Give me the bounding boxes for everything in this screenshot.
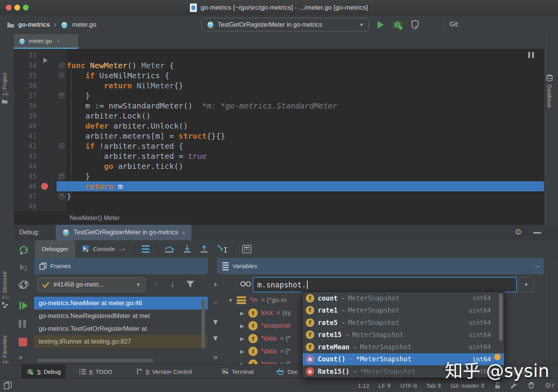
code-line[interactable]: 47^} xyxy=(14,191,544,201)
line-number[interactable]: 43 xyxy=(14,151,36,161)
debug-button[interactable] xyxy=(393,20,403,29)
run-button[interactable] xyxy=(377,21,384,29)
evaluate-expression-icon[interactable] xyxy=(238,245,256,253)
fold-marker-icon[interactable]: − xyxy=(59,63,64,68)
collapse-icon[interactable]: ▼ xyxy=(228,297,233,303)
code-line[interactable]: 33 xyxy=(14,50,544,60)
breakpoint-icon[interactable] xyxy=(41,183,48,190)
pin-icon[interactable]: →▪ xyxy=(118,246,124,252)
pause-program-icon[interactable] xyxy=(19,320,26,328)
line-number[interactable]: 46 xyxy=(14,181,36,191)
step-over-icon[interactable] xyxy=(160,245,179,253)
settings-gear-icon[interactable]: ⚙ xyxy=(515,227,522,237)
breakpoint-gutter[interactable] xyxy=(36,171,57,181)
tool-button-version-control[interactable]: 9: Version Control xyxy=(132,364,196,378)
encoding-select[interactable]: UTF-8 xyxy=(400,382,417,389)
code-line[interactable]: 40 defer arbiter.Unlock() xyxy=(14,121,544,131)
breakpoint-gutter[interactable] xyxy=(36,81,57,91)
move-watch-up-icon[interactable]: ▼ xyxy=(208,318,223,327)
breakpoint-gutter[interactable] xyxy=(36,60,57,70)
fold-marker-icon[interactable]: ^ xyxy=(59,174,64,179)
tab-debugger[interactable]: Debugger xyxy=(35,240,75,258)
line-number[interactable]: 38 xyxy=(14,101,36,111)
line-number[interactable]: 34 xyxy=(14,60,36,70)
stop-process-icon[interactable] xyxy=(19,338,27,346)
code-line[interactable]: 44 go arbiter.tick() xyxy=(14,161,544,171)
breakpoint-gutter[interactable] xyxy=(36,121,57,131)
breakpoint-gutter[interactable] xyxy=(36,111,57,121)
tool-button-project[interactable]: 1: Project xyxy=(2,73,8,104)
rerun-icon[interactable] xyxy=(19,245,29,255)
caret-position[interactable]: 1:12 xyxy=(358,382,369,389)
breakpoint-gutter[interactable] xyxy=(36,131,57,141)
completion-item[interactable]: f count → MeterSnapshot int64 xyxy=(303,292,504,304)
close-tab-icon[interactable]: × xyxy=(57,38,60,44)
debug-session-tab[interactable]: TestGetOrRegisterMeter in go-metrics × xyxy=(56,225,191,240)
line-number[interactable]: 47 xyxy=(14,191,36,201)
breakpoint-gutter[interactable] xyxy=(36,101,57,111)
tool-button-terminal[interactable]: > Terminal xyxy=(217,364,258,378)
variable-row[interactable]: ▶ f *data = {* xyxy=(239,346,291,357)
completion-item[interactable]: f rateMean → MeterSnapshot uint64 xyxy=(303,341,504,353)
breakpoint-gutter[interactable] xyxy=(36,70,57,81)
code-line[interactable]: 46 return m xyxy=(14,181,544,191)
variable-row[interactable]: ▶ f *snapshot xyxy=(239,320,294,332)
unlock-icon[interactable] xyxy=(494,382,501,389)
inspections-hector-icon[interactable] xyxy=(527,382,535,389)
line-number[interactable]: 48 xyxy=(14,201,36,211)
line-number[interactable]: 44 xyxy=(14,161,36,171)
completion-item[interactable]: f rate1 → MeterSnapshot uint64 xyxy=(303,304,504,317)
add-watch-icon[interactable]: + xyxy=(208,280,223,289)
code-line[interactable]: 34−func NewMeter() Meter { xyxy=(14,60,544,70)
remove-watch-icon[interactable]: − xyxy=(208,298,223,307)
more-actions-icon[interactable]: » xyxy=(19,353,22,361)
run-with-coverage-button[interactable] xyxy=(411,20,419,29)
tab-console[interactable]: Console →▪ xyxy=(75,240,131,258)
line-number[interactable]: 42 xyxy=(14,141,36,151)
breakpoint-gutter[interactable] xyxy=(36,201,57,211)
indent-select[interactable]: Tab xyxy=(426,382,441,389)
breakpoint-gutter[interactable] xyxy=(36,141,57,151)
breakpoint-gutter[interactable] xyxy=(36,161,57,171)
settings-gear-icon[interactable]: ⚙? xyxy=(544,381,554,390)
variable-row[interactable]: ▼ *m = {*go-m xyxy=(228,294,286,306)
more-watches-icon[interactable]: » xyxy=(208,352,223,361)
line-number[interactable]: 41 xyxy=(14,131,36,141)
completion-item[interactable]: f rate5 → MeterSnapshot uint64 xyxy=(303,316,504,329)
step-into-icon[interactable] xyxy=(179,245,196,253)
git-branch-select[interactable]: Git: master xyxy=(451,382,485,389)
code-line[interactable]: 38 m := newStandardMeter() *m: *go-metri… xyxy=(14,101,544,111)
code-line[interactable]: 43 arbiter.started = true xyxy=(14,151,544,161)
code-line[interactable]: 48 xyxy=(14,201,544,211)
frames-horizontal-scrollbar[interactable] xyxy=(37,359,153,362)
watch-expression-input[interactable]: m.snapshot. xyxy=(253,277,517,292)
hide-frames-filter-icon[interactable] xyxy=(186,280,195,288)
show-execution-point-icon[interactable] xyxy=(138,245,153,253)
run-configuration-select[interactable]: TestGetOrRegisterMeter in go-metrics ▼ xyxy=(202,18,369,31)
variable-row[interactable]: ▶ f *data = {* xyxy=(239,358,291,364)
fold-marker-icon[interactable]: − xyxy=(59,143,64,149)
tool-button-debug[interactable]: 5: Debug xyxy=(22,364,65,378)
move-watch-down-icon[interactable]: ▼ xyxy=(208,334,223,343)
step-out-icon[interactable] xyxy=(196,245,213,253)
completion-item[interactable]: f rate15 → MeterSnapshot uint64 xyxy=(303,329,504,341)
previous-frame-icon[interactable]: ↑ xyxy=(153,280,157,289)
expand-icon[interactable]: ▶ xyxy=(239,336,245,342)
line-ending-select[interactable]: LF xyxy=(379,382,391,389)
line-number[interactable]: 35 xyxy=(14,70,36,81)
breakpoint-gutter[interactable] xyxy=(36,151,57,161)
fold-marker-icon[interactable]: − xyxy=(59,73,64,78)
breakpoint-gutter[interactable] xyxy=(36,191,57,201)
popup-scrollbar[interactable] xyxy=(499,294,503,341)
run-marker-icon[interactable] xyxy=(43,58,48,63)
line-number[interactable]: 36 xyxy=(14,81,36,91)
breakpoint-gutter[interactable] xyxy=(36,91,57,101)
fold-marker-icon[interactable]: ^ xyxy=(59,93,64,98)
resume-program-icon[interactable] xyxy=(19,301,29,311)
code-line[interactable]: 35− if UseNilMetrics { xyxy=(14,70,544,81)
line-number[interactable]: 37 xyxy=(14,91,36,101)
frame-row[interactable]: go-metrics.NewMeter at meter.go:46 xyxy=(34,297,208,309)
refresh-icon[interactable] xyxy=(19,280,29,290)
fold-marker-icon[interactable]: ^ xyxy=(59,194,64,199)
frame-row[interactable]: testing.tRunner at testing.go:827 xyxy=(34,335,208,348)
